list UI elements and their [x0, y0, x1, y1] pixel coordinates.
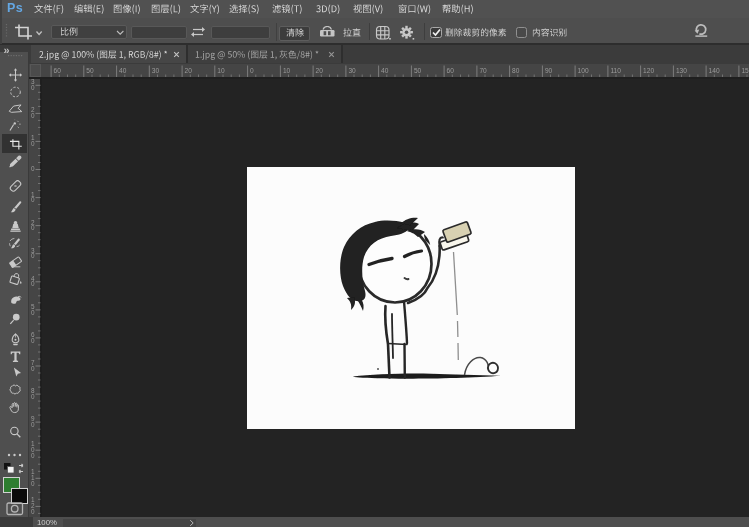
svg-text:40: 40 — [119, 67, 127, 74]
svg-text:10: 10 — [217, 67, 225, 74]
svg-text:0: 0 — [31, 280, 35, 287]
svg-text:0: 0 — [31, 196, 35, 203]
svg-text:140: 140 — [709, 67, 720, 74]
svg-text:30: 30 — [348, 67, 356, 74]
svg-text:0: 0 — [31, 452, 35, 459]
svg-text:100: 100 — [578, 67, 589, 74]
svg-text:80: 80 — [512, 67, 520, 74]
svg-text:0: 0 — [31, 165, 35, 172]
svg-text:0: 0 — [31, 224, 35, 231]
svg-text:150: 150 — [741, 67, 749, 74]
svg-text:0: 0 — [31, 309, 35, 316]
svg-text:50: 50 — [414, 67, 422, 74]
svg-text:0: 0 — [31, 84, 35, 91]
svg-text:0: 0 — [31, 508, 35, 515]
svg-text:60: 60 — [447, 67, 455, 74]
svg-text:20: 20 — [185, 67, 193, 74]
svg-text:0: 0 — [31, 252, 35, 259]
svg-text:90: 90 — [545, 67, 553, 74]
svg-text:110: 110 — [610, 67, 621, 74]
svg-text:120: 120 — [643, 67, 654, 74]
svg-text:10: 10 — [283, 67, 291, 74]
svg-text:40: 40 — [381, 67, 389, 74]
svg-text:0: 0 — [31, 337, 35, 344]
svg-text:0: 0 — [31, 480, 35, 487]
svg-text:130: 130 — [676, 67, 687, 74]
svg-text:60: 60 — [54, 67, 62, 74]
svg-text:0: 0 — [250, 67, 254, 74]
svg-text:0: 0 — [31, 421, 35, 428]
svg-text:70: 70 — [479, 67, 487, 74]
svg-text:0: 0 — [31, 140, 35, 147]
svg-text:0: 0 — [31, 112, 35, 119]
svg-text:0: 0 — [31, 365, 35, 372]
svg-text:0: 0 — [31, 393, 35, 400]
svg-text:20: 20 — [316, 67, 324, 74]
svg-text:30: 30 — [152, 67, 160, 74]
svg-text:50: 50 — [86, 67, 94, 74]
